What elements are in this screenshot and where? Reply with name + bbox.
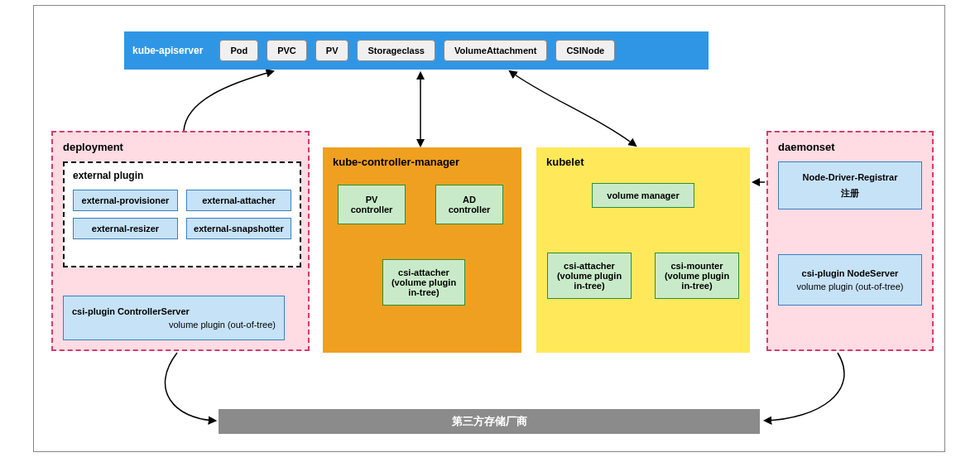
csi-plugin-nodeserver: csi-plugin NodeServer volume plugin (out… bbox=[778, 254, 922, 306]
nodeserver-title: csi-plugin NodeServer bbox=[802, 268, 899, 278]
resource-volumeattachment: VolumeAttachment bbox=[444, 40, 547, 61]
resource-pvc: PVC bbox=[267, 40, 307, 61]
daemonset-title: daemonset bbox=[778, 141, 922, 153]
external-attacher: external-attacher bbox=[186, 190, 291, 211]
csi-plugin-controllerserver: csi-plugin ControllerServer volume plugi… bbox=[63, 296, 285, 340]
registrar-sub: 注册 bbox=[841, 187, 859, 200]
third-party-label: 第三方存储厂商 bbox=[452, 414, 527, 429]
csi-plugin-controllerserver-sub: volume plugin (out-of-tree) bbox=[169, 320, 276, 330]
external-plugin-group: external plugin external-provisioner ext… bbox=[63, 161, 301, 267]
external-plugin-title: external plugin bbox=[73, 170, 291, 181]
external-resizer: external-resizer bbox=[73, 218, 178, 239]
kcm-title: kube-controller-manager bbox=[333, 156, 512, 168]
kubelet-csi-mounter: csi-mounter (volume plugin in-tree) bbox=[655, 253, 739, 299]
nodeserver-sub: volume plugin (out-of-tree) bbox=[796, 282, 903, 291]
resource-pv: PV bbox=[315, 40, 349, 61]
kubelet-csi-attacher: csi-attacher (volume plugin in-tree) bbox=[547, 253, 632, 299]
volume-manager: volume manager bbox=[592, 183, 694, 208]
deployment-group: deployment external plugin external-prov… bbox=[51, 131, 310, 351]
kubelet: kubelet volume manager csi-attacher (vol… bbox=[536, 147, 750, 353]
registrar-title: Node-Driver-Registrar bbox=[803, 172, 898, 182]
resource-csinode: CSINode bbox=[555, 40, 615, 61]
pv-controller: PV controller bbox=[338, 185, 406, 224]
apiserver-title: kube-apiserver bbox=[132, 45, 203, 56]
csi-plugin-controllerserver-title: csi-plugin ControllerServer bbox=[72, 306, 190, 316]
third-party-storage-vendor: 第三方存储厂商 bbox=[219, 409, 760, 434]
kcm-csi-attacher: csi-attacher (volume plugin in-tree) bbox=[382, 259, 465, 306]
external-snapshotter: external-snapshotter bbox=[186, 218, 291, 239]
ad-controller: AD controller bbox=[435, 185, 503, 224]
kube-controller-manager: kube-controller-manager PV controller AD… bbox=[323, 147, 521, 353]
node-driver-registrar: Node-Driver-Registrar 注册 bbox=[778, 161, 922, 209]
daemonset-group: daemonset Node-Driver-Registrar 注册 csi-p… bbox=[766, 131, 934, 351]
kubelet-title: kubelet bbox=[546, 156, 740, 168]
resource-storageclass: Storageclass bbox=[357, 40, 435, 61]
external-provisioner: external-provisioner bbox=[73, 190, 178, 211]
resource-pod: Pod bbox=[219, 40, 258, 61]
kube-apiserver: kube-apiserver Pod PVC PV Storageclass V… bbox=[124, 31, 709, 70]
deployment-title: deployment bbox=[63, 141, 298, 153]
